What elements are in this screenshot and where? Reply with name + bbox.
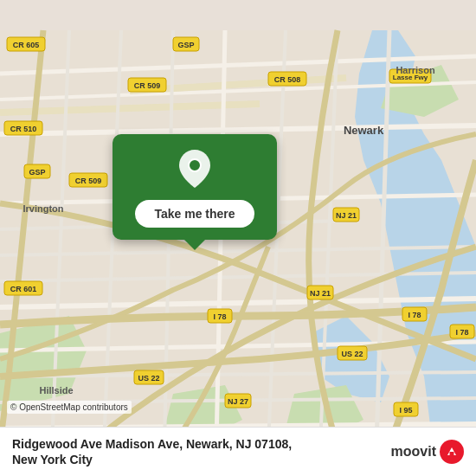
svg-text:I 95: I 95	[399, 406, 412, 415]
svg-text:CR 605: CR 605	[13, 41, 40, 49]
svg-text:US 22: US 22	[341, 350, 363, 358]
svg-text:I 78: I 78	[455, 328, 468, 337]
moovit-icon	[440, 440, 464, 464]
svg-text:NJ 27: NJ 27	[228, 397, 248, 406]
svg-text:CR 601: CR 601	[10, 285, 37, 293]
moovit-text: moovit	[391, 444, 436, 460]
svg-text:Newark: Newark	[344, 124, 384, 137]
address-block: Ridgewood Ave Madison Ave, Newark, NJ 07…	[12, 436, 391, 467]
svg-text:GSP: GSP	[29, 168, 45, 177]
address-line1: Ridgewood Ave Madison Ave, Newark, NJ 07…	[12, 436, 391, 452]
map-container: CR 605 GSP CR 510 CR 509 GSP CR 508 Lass…	[0, 0, 476, 476]
address-line2: New York City	[12, 452, 391, 467]
osm-attribution: © OpenStreetMap contributors	[7, 401, 132, 414]
svg-text:Harrison: Harrison	[396, 65, 435, 75]
info-bar: Ridgewood Ave Madison Ave, Newark, NJ 07…	[0, 427, 476, 476]
svg-text:I 78: I 78	[213, 312, 226, 321]
svg-text:US 22: US 22	[138, 374, 159, 383]
svg-text:Irvington: Irvington	[23, 203, 63, 214]
cta-card: Take me there	[113, 134, 277, 240]
svg-text:NJ 21: NJ 21	[310, 289, 331, 298]
location-pin	[179, 150, 210, 191]
svg-text:NJ 21: NJ 21	[336, 211, 357, 220]
svg-text:I 78: I 78	[408, 311, 421, 319]
take-me-there-button[interactable]: Take me there	[135, 200, 254, 228]
svg-text:CR 508: CR 508	[274, 75, 301, 84]
svg-text:CR 509: CR 509	[134, 81, 161, 90]
svg-text:Hillside: Hillside	[39, 385, 73, 396]
svg-point-62	[189, 159, 201, 171]
moovit-logo: moovit	[391, 440, 464, 464]
svg-text:CR 509: CR 509	[75, 177, 102, 185]
svg-text:CR 510: CR 510	[10, 125, 37, 133]
svg-text:GSP: GSP	[177, 41, 194, 49]
